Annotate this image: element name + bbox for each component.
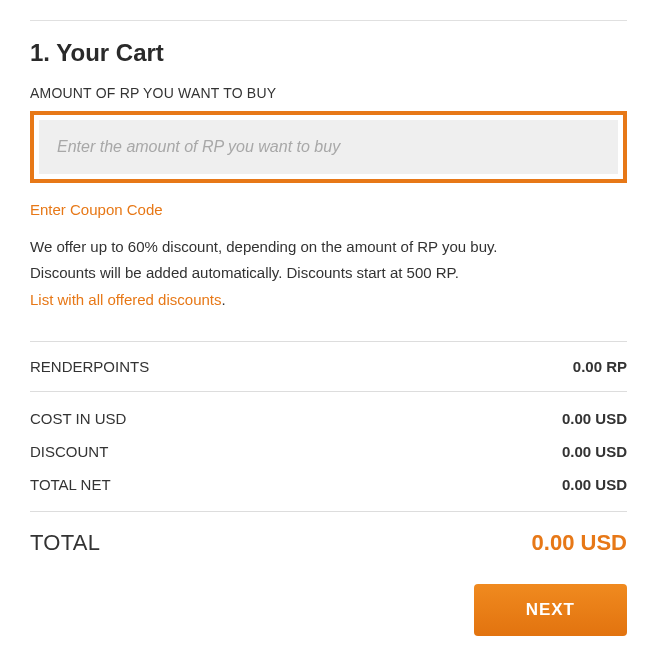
discount-value: 0.00 USD bbox=[562, 443, 627, 460]
total-value: 0.00 USD bbox=[532, 530, 627, 556]
cost-label: COST IN USD bbox=[30, 410, 126, 427]
top-divider bbox=[30, 20, 627, 21]
summary-totalnet: TOTAL NET 0.00 USD bbox=[30, 468, 627, 501]
summary-breakdown: COST IN USD 0.00 USD DISCOUNT 0.00 USD T… bbox=[30, 392, 627, 511]
summary-total: TOTAL 0.00 USD bbox=[30, 512, 627, 584]
button-row: NEXT bbox=[30, 584, 627, 636]
summary-discount: DISCOUNT 0.00 USD bbox=[30, 435, 627, 468]
section-title: 1. Your Cart bbox=[30, 39, 627, 67]
discount-label: DISCOUNT bbox=[30, 443, 108, 460]
info-line-1: We offer up to 60% discount, depending o… bbox=[30, 238, 498, 255]
summary-renderpoints: RENDERPOINTS 0.00 RP bbox=[30, 342, 627, 391]
rp-amount-label: AMOUNT OF RP YOU WANT TO BUY bbox=[30, 85, 627, 101]
next-button[interactable]: NEXT bbox=[474, 584, 627, 636]
summary-cost: COST IN USD 0.00 USD bbox=[30, 402, 627, 435]
enter-coupon-link[interactable]: Enter Coupon Code bbox=[30, 201, 163, 218]
totalnet-label: TOTAL NET bbox=[30, 476, 111, 493]
discounts-list-link[interactable]: List with all offered discounts bbox=[30, 291, 222, 308]
info-line-2: Discounts will be added automatically. D… bbox=[30, 264, 459, 281]
renderpoints-value: 0.00 RP bbox=[573, 358, 627, 375]
discount-info-text: We offer up to 60% discount, depending o… bbox=[30, 234, 627, 313]
period: . bbox=[222, 291, 226, 308]
cost-value: 0.00 USD bbox=[562, 410, 627, 427]
totalnet-value: 0.00 USD bbox=[562, 476, 627, 493]
total-label: TOTAL bbox=[30, 530, 100, 556]
rp-input-highlight bbox=[30, 111, 627, 183]
rp-amount-input[interactable] bbox=[39, 120, 618, 174]
renderpoints-label: RENDERPOINTS bbox=[30, 358, 149, 375]
